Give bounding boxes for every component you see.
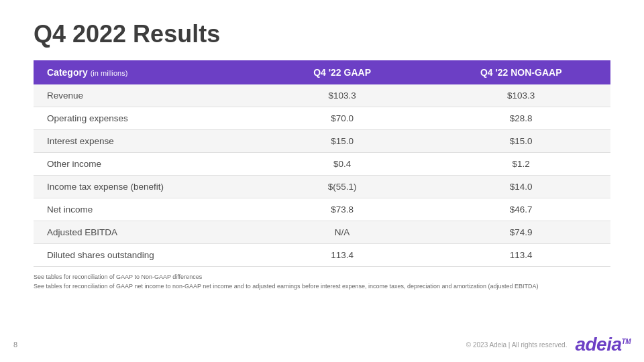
footnotes: See tables for reconciliation of GAAP to…: [34, 272, 610, 292]
cell-nongaap: $28.8: [431, 107, 610, 130]
cell-gaap: $15.0: [253, 130, 432, 153]
cell-nongaap: 113.4: [431, 244, 610, 267]
cell-nongaap: $15.0: [431, 130, 610, 153]
table-row: Income tax expense (benefit)$(55.1)$14.0: [34, 176, 610, 198]
cell-gaap: $70.0: [253, 107, 432, 130]
cell-nongaap: $74.9: [431, 221, 610, 244]
results-table-container: Category(in millions) Q4 '22 GAAP Q4 '22…: [34, 60, 610, 267]
header-category: Category(in millions): [34, 60, 253, 84]
table-row: Interest expense$15.0$15.0: [34, 130, 610, 153]
cell-category: Interest expense: [34, 130, 253, 153]
cell-category: Other income: [34, 153, 253, 176]
page-title: Q4 2022 Results: [0, 0, 644, 60]
table-row: Diluted shares outstanding113.4113.4: [34, 244, 610, 267]
table-row: Adjusted EBITDAN/A$74.9: [34, 221, 610, 244]
table-row: Other income$0.4$1.2: [34, 153, 610, 176]
header-nongaap: Q4 '22 NON-GAAP: [431, 60, 610, 84]
cell-gaap: $73.8: [253, 198, 432, 221]
cell-gaap: N/A: [253, 221, 432, 244]
footer-right: © 2023 Adeia | All rights reserved. adei…: [466, 334, 631, 355]
cell-nongaap: $46.7: [431, 198, 610, 221]
cell-gaap: 113.4: [253, 244, 432, 267]
table-row: Net income$73.8$46.7: [34, 198, 610, 221]
cell-nongaap: $14.0: [431, 176, 610, 198]
cell-nongaap: $1.2: [431, 153, 610, 176]
footer: 8 © 2023 Adeia | All rights reserved. ad…: [0, 334, 644, 355]
cell-gaap: $103.3: [253, 84, 432, 107]
cell-category: Diluted shares outstanding: [34, 244, 253, 267]
cell-category: Operating expenses: [34, 107, 253, 130]
logo-tm: TM: [622, 338, 631, 345]
page-number: 8: [13, 341, 17, 349]
cell-gaap: $(55.1): [253, 176, 432, 198]
copyright: © 2023 Adeia | All rights reserved.: [466, 341, 568, 349]
cell-nongaap: $103.3: [431, 84, 610, 107]
header-gaap: Q4 '22 GAAP: [253, 60, 432, 84]
cell-category: Net income: [34, 198, 253, 221]
logo: adeiaTM: [575, 334, 631, 355]
cell-category: Income tax expense (benefit): [34, 176, 253, 198]
cell-category: Revenue: [34, 84, 253, 107]
footnote-1: See tables for reconciliation of GAAP to…: [34, 272, 610, 282]
cell-gaap: $0.4: [253, 153, 432, 176]
table-row: Operating expenses$70.0$28.8: [34, 107, 610, 130]
footnote-2: See tables for reconciliation of GAAP ne…: [34, 282, 610, 291]
results-table: Category(in millions) Q4 '22 GAAP Q4 '22…: [34, 60, 610, 267]
cell-category: Adjusted EBITDA: [34, 221, 253, 244]
table-row: Revenue$103.3$103.3: [34, 84, 610, 107]
